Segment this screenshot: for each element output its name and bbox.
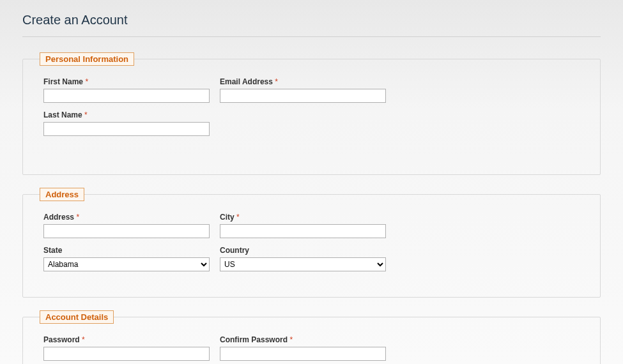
- last-name-group: Last Name *: [43, 110, 210, 136]
- address-label-text: Address: [43, 213, 74, 222]
- address-group: Address *: [43, 213, 210, 238]
- required-marker: *: [289, 335, 293, 344]
- city-group: City *: [220, 213, 386, 238]
- last-name-input[interactable]: [43, 122, 210, 136]
- last-name-label: Last Name *: [43, 110, 210, 119]
- country-label: Country: [220, 246, 386, 255]
- password-input[interactable]: [43, 347, 210, 361]
- required-marker: *: [236, 213, 240, 222]
- form-row: Password * Confirm Password *: [43, 335, 580, 361]
- email-label: Email Address *: [220, 77, 386, 86]
- first-name-group: First Name *: [43, 77, 210, 103]
- address-input[interactable]: [43, 224, 210, 238]
- email-label-text: Email Address: [220, 77, 273, 86]
- address-fieldset: Address Address * City * State: [22, 188, 601, 298]
- page-title: Create an Account: [22, 13, 601, 31]
- state-select[interactable]: Alabama: [43, 257, 210, 271]
- password-group: Password *: [43, 335, 210, 361]
- city-label-text: City: [220, 213, 235, 222]
- city-label: City *: [220, 213, 386, 222]
- account-details-fieldset: Account Details Password * Confirm Passw…: [22, 310, 601, 364]
- first-name-label-text: First Name: [43, 77, 83, 86]
- state-group: State Alabama: [43, 246, 210, 271]
- country-select[interactable]: US: [220, 257, 386, 271]
- confirm-password-label: Confirm Password *: [220, 335, 386, 344]
- confirm-password-input[interactable]: [220, 347, 386, 361]
- email-input[interactable]: [220, 89, 386, 103]
- personal-information-legend: Personal Information: [40, 52, 134, 66]
- page-container: Create an Account Personal Information F…: [0, 0, 623, 364]
- required-marker: *: [82, 335, 85, 344]
- email-group: Email Address *: [220, 77, 386, 103]
- last-name-label-text: Last Name: [43, 110, 82, 119]
- state-label: State: [43, 246, 210, 255]
- city-input[interactable]: [220, 224, 386, 238]
- confirm-password-group: Confirm Password *: [220, 335, 386, 361]
- form-row: State Alabama Country US: [43, 246, 580, 271]
- country-group: Country US: [220, 246, 386, 271]
- required-marker: *: [275, 77, 278, 86]
- address-legend: Address: [40, 188, 84, 201]
- title-divider: [22, 36, 601, 37]
- form-row: Last Name *: [43, 110, 580, 136]
- password-label: Password *: [43, 335, 210, 344]
- form-row: First Name * Email Address *: [43, 77, 580, 103]
- first-name-input[interactable]: [43, 89, 210, 103]
- address-label: Address *: [43, 213, 210, 222]
- account-details-legend: Account Details: [40, 310, 114, 324]
- first-name-label: First Name *: [43, 77, 210, 86]
- personal-information-fieldset: Personal Information First Name * Email …: [22, 52, 601, 175]
- spacer: [43, 144, 580, 156]
- confirm-password-label-text: Confirm Password: [220, 335, 288, 344]
- required-marker: *: [84, 110, 88, 119]
- required-marker: *: [76, 213, 79, 222]
- password-label-text: Password: [43, 335, 80, 344]
- required-marker: *: [85, 77, 88, 86]
- form-row: Address * City *: [43, 213, 580, 238]
